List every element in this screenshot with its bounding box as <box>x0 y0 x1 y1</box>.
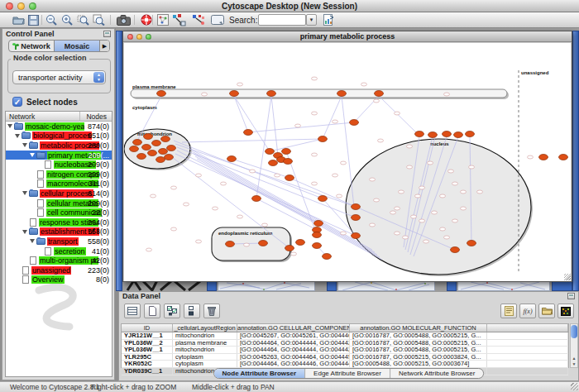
annotation-icon[interactable] <box>210 13 225 26</box>
network-node-small[interactable] <box>452 182 458 185</box>
tree-row[interactable]: primary metabo209(... <box>6 151 112 160</box>
close-button[interactable] <box>127 34 133 40</box>
network-edge[interactable] <box>270 139 323 151</box>
network-node-small[interactable] <box>312 77 318 80</box>
network-node[interactable] <box>318 136 328 142</box>
network-node[interactable] <box>230 91 239 97</box>
network-node[interactable] <box>467 241 476 246</box>
zoom-out-icon[interactable] <box>44 13 59 26</box>
network-node-small[interactable] <box>399 190 404 194</box>
network-node[interactable] <box>285 246 294 251</box>
network-node[interactable] <box>165 155 174 160</box>
network-node[interactable] <box>282 149 291 155</box>
network-node-small[interactable] <box>407 145 413 148</box>
select-nodes-checkbox[interactable]: ✓ <box>12 97 22 107</box>
expand-triangle-icon[interactable] <box>30 153 35 157</box>
float-panel-icon[interactable] <box>103 31 111 37</box>
network-node[interactable] <box>267 91 276 97</box>
unselect-all-attributes-icon[interactable] <box>184 304 200 318</box>
network-node-small[interactable] <box>196 174 202 177</box>
network-node[interactable] <box>152 141 161 146</box>
network-node-small[interactable] <box>528 155 534 159</box>
tree-row[interactable]: cell communicat22(0) <box>6 208 112 218</box>
network-node[interactable] <box>144 134 153 140</box>
app-resize-grip[interactable] <box>571 383 578 390</box>
network-node[interactable] <box>318 196 328 202</box>
network-node[interactable] <box>156 157 165 163</box>
network-node[interactable] <box>559 155 568 160</box>
network-node-small[interactable] <box>419 186 425 189</box>
expand-triangle-icon[interactable] <box>15 134 20 138</box>
network-node[interactable] <box>137 154 146 160</box>
network-node-small[interactable] <box>262 223 268 227</box>
network-node-small[interactable] <box>477 190 483 194</box>
network-node[interactable] <box>244 130 253 136</box>
network-node[interactable] <box>285 175 294 181</box>
network-node-small[interactable] <box>237 215 243 218</box>
compartment-nucleus[interactable] <box>346 139 531 275</box>
tab-network[interactable]: Network <box>9 41 54 51</box>
zoom-window-button[interactable] <box>146 34 151 40</box>
network-node[interactable] <box>352 215 361 221</box>
network-node[interactable] <box>539 155 548 160</box>
tab-overflow-arrow[interactable]: ▶ <box>99 41 109 51</box>
network-edge[interactable] <box>175 144 356 207</box>
network-node[interactable] <box>337 91 347 97</box>
network-node-small[interactable] <box>184 203 189 206</box>
network-node-small[interactable] <box>428 161 433 165</box>
network-node-small[interactable] <box>250 170 256 173</box>
network-node-small[interactable] <box>419 219 425 222</box>
network-node[interactable] <box>313 243 322 249</box>
network-edge[interactable] <box>290 178 356 207</box>
network-node-small[interactable] <box>146 248 152 251</box>
network-node-small[interactable] <box>370 178 376 181</box>
network-node-small[interactable] <box>444 236 450 239</box>
tab-network-attribute-browser[interactable]: Network Attribute Browser <box>390 369 483 378</box>
network-node-small[interactable] <box>341 161 347 165</box>
select-all-attributes-icon[interactable] <box>164 304 180 318</box>
network-node-small[interactable] <box>171 186 177 189</box>
table-row[interactable]: YLR295Ccytoplasm[GO:0045263, GO:0044464,… <box>122 354 568 361</box>
network-node-small[interactable] <box>213 207 218 210</box>
tree-row[interactable]: macromolecule311(0) <box>6 179 112 189</box>
network-node[interactable] <box>226 241 235 247</box>
network-node-small[interactable] <box>415 194 421 198</box>
network-edge[interactable] <box>256 96 271 198</box>
network-node[interactable] <box>133 140 142 146</box>
tree-row[interactable]: mosaic-demo-yeast874(0) <box>6 122 112 131</box>
network-node-small[interactable] <box>411 215 417 218</box>
matrix-icon[interactable] <box>557 304 574 318</box>
zoom-selected-icon[interactable] <box>75 13 90 26</box>
network-node-small[interactable] <box>461 190 467 194</box>
expand-triangle-icon[interactable] <box>30 239 35 243</box>
scroll-down-icon[interactable]: ▼ <box>571 361 577 366</box>
network-node-small[interactable] <box>395 112 400 115</box>
network-node-small[interactable] <box>423 240 429 243</box>
table-row[interactable]: YPL036W__2plasma membrane[GO:0044464, GO… <box>122 340 568 347</box>
window-resize-grip[interactable] <box>564 274 571 280</box>
background-window-left[interactable] <box>116 31 122 291</box>
layout-b-icon[interactable] <box>191 13 206 26</box>
network-node[interactable] <box>284 159 293 165</box>
network-node-small[interactable] <box>244 243 250 246</box>
float-panel-icon[interactable] <box>567 293 575 299</box>
new-attribute-icon[interactable] <box>144 304 160 318</box>
attribute-select-icon[interactable] <box>124 304 141 318</box>
network-node-small[interactable] <box>337 194 342 198</box>
tree-row[interactable]: cellular process614(0) <box>6 189 112 198</box>
table-column-header[interactable]: annotation.GO CELLULAR_COMPONENT <box>237 324 350 332</box>
network-edge[interactable] <box>182 139 323 142</box>
network-node-small[interactable] <box>333 120 338 123</box>
minimize-button[interactable] <box>17 2 25 10</box>
table-row[interactable]: YJR121W__1mitochondrion[GO:0045267, GO:0… <box>122 332 568 340</box>
network-node[interactable] <box>269 160 278 166</box>
attribute-report-icon[interactable] <box>321 13 336 26</box>
network-window-titlebar[interactable]: primary metabolic process <box>123 31 572 42</box>
layout-a-icon[interactable] <box>171 13 186 26</box>
zoom-in-icon[interactable] <box>60 13 74 26</box>
network-node[interactable] <box>161 136 170 142</box>
network-node-small[interactable] <box>444 93 450 96</box>
network-overview-icon[interactable] <box>156 13 170 26</box>
save-icon[interactable] <box>26 13 41 26</box>
expand-triangle-icon[interactable] <box>7 124 12 128</box>
